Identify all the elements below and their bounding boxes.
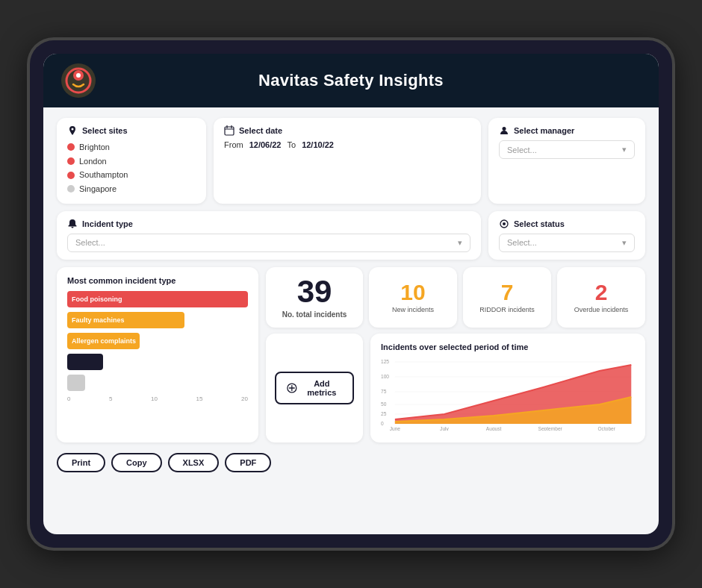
new-incidents-card: 10 New incidents	[369, 267, 457, 328]
svg-text:75: 75	[381, 389, 387, 394]
manager-filter-card: Select manager Select... ▾	[488, 118, 645, 204]
chevron-down-icon: ▾	[622, 238, 627, 248]
status-select[interactable]: Select... ▾	[499, 234, 635, 252]
svg-text:October: October	[597, 426, 615, 431]
action-buttons-row: Print Copy XLSX PDF	[57, 450, 645, 474]
svg-point-8	[503, 127, 506, 131]
site-southampton: Southampton	[67, 168, 196, 182]
add-metrics-button[interactable]: Add metrics	[275, 372, 354, 404]
incident-type-label: Incident type	[67, 219, 470, 229]
print-button[interactable]: Print	[57, 453, 105, 472]
bar-label-food: Food poisoning	[72, 295, 122, 303]
line-chart-card: Incidents over selected period of time 1…	[370, 334, 645, 442]
svg-text:100: 100	[381, 374, 389, 379]
pdf-button[interactable]: PDF	[225, 453, 271, 472]
xlsx-button[interactable]: XLSX	[168, 453, 220, 472]
svg-point-10	[503, 222, 506, 225]
svg-point-3	[76, 73, 81, 78]
chart-axis: 0 5 10 15 20	[67, 395, 248, 402]
bar-food-poisoning: Food poisoning	[67, 291, 248, 307]
bar-chart: Food poisoning Faulty machines	[67, 291, 248, 391]
site-dot-brighton	[67, 143, 75, 151]
plus-circle-icon	[287, 382, 297, 394]
svg-text:25: 25	[381, 411, 387, 416]
bar-label-faulty: Faulty machines	[72, 316, 125, 324]
svg-text:0: 0	[381, 421, 384, 426]
riddor-incidents-card: 7 RIDDOR incidents	[463, 267, 551, 328]
svg-text:September: September	[538, 426, 563, 431]
metrics-row: Most common incident type Food poisoning	[57, 267, 645, 442]
bottom-row: Add metrics Incidents over selected peri…	[266, 334, 645, 442]
calendar-icon	[224, 125, 234, 136]
bar-allergen: Allergen complaints	[67, 333, 248, 349]
filter-row-2: Incident type Select... ▾ Select status …	[57, 211, 645, 260]
copy-button[interactable]: Copy	[111, 453, 162, 472]
svg-rect-4	[225, 127, 234, 135]
manager-filter-label: Select manager	[499, 125, 635, 136]
app-header: Navitas Safety Insights	[43, 54, 659, 107]
date-filter-card: Select date From 12/06/22 To 12/10/22	[214, 118, 481, 204]
overdue-incidents-card: 2 Overdue incidents	[557, 267, 645, 328]
site-dot-london	[67, 157, 75, 165]
right-metrics: 39 No. total incidents 10 New incidents …	[266, 267, 645, 442]
location-icon	[67, 125, 78, 136]
date-filter-label: Select date	[224, 125, 470, 136]
status-icon	[499, 219, 509, 229]
app-container: Navitas Safety Insights Select sites Bri…	[43, 54, 659, 534]
bell-icon	[67, 219, 78, 229]
bar-faulty-machines: Faulty machines	[67, 312, 248, 328]
incident-type-select[interactable]: Select... ▾	[67, 234, 470, 252]
sites-filter-card: Select sites Brighton London	[57, 118, 206, 204]
stat-group: 10 New incidents 7 RIDDOR incidents 2 Ov…	[369, 267, 645, 328]
page-title: Navitas Safety Insights	[258, 71, 444, 90]
svg-text:50: 50	[381, 401, 387, 407]
person-icon	[499, 125, 509, 136]
chevron-down-icon: ▾	[458, 238, 462, 248]
bar-label-allergen: Allergen complaints	[72, 337, 136, 345]
line-chart-svg: 125 100 75 50 25 0	[381, 356, 635, 431]
svg-text:June: June	[390, 426, 401, 431]
filter-row-1: Select sites Brighton London	[57, 118, 645, 204]
status-filter-label: Select status	[499, 219, 635, 229]
total-incidents-card: 39 No. total incidents	[266, 267, 363, 328]
site-singapore: Singapore	[67, 182, 196, 196]
svg-text:125: 125	[381, 359, 389, 364]
svg-text:August: August	[486, 426, 502, 431]
sites-filter-label: Select sites	[67, 125, 196, 136]
incident-type-chart: Most common incident type Food poisoning	[57, 267, 258, 442]
date-range: From 12/06/22 To 12/10/22	[224, 140, 470, 149]
status-filter-card: Select status Select... ▾	[488, 211, 645, 260]
bar-dark	[67, 354, 248, 370]
site-list: Brighton London Southampton Singapo	[67, 140, 196, 196]
main-content: Select sites Brighton London	[43, 107, 659, 534]
chevron-down-icon: ▾	[622, 145, 627, 154]
site-dot-singapore	[67, 185, 75, 193]
navitas-logo	[61, 63, 96, 98]
tablet-frame: Navitas Safety Insights Select sites Bri…	[30, 40, 672, 548]
site-london: London	[67, 154, 196, 169]
add-metrics-card: Add metrics	[266, 334, 363, 442]
site-brighton: Brighton	[67, 140, 196, 154]
bar-grey	[67, 375, 248, 391]
manager-select[interactable]: Select... ▾	[499, 140, 635, 159]
stat-row: 39 No. total incidents 10 New incidents …	[266, 267, 645, 328]
svg-text:July: July	[440, 426, 449, 431]
incident-type-card: Incident type Select... ▾	[57, 211, 481, 260]
site-dot-southampton	[67, 172, 75, 179]
